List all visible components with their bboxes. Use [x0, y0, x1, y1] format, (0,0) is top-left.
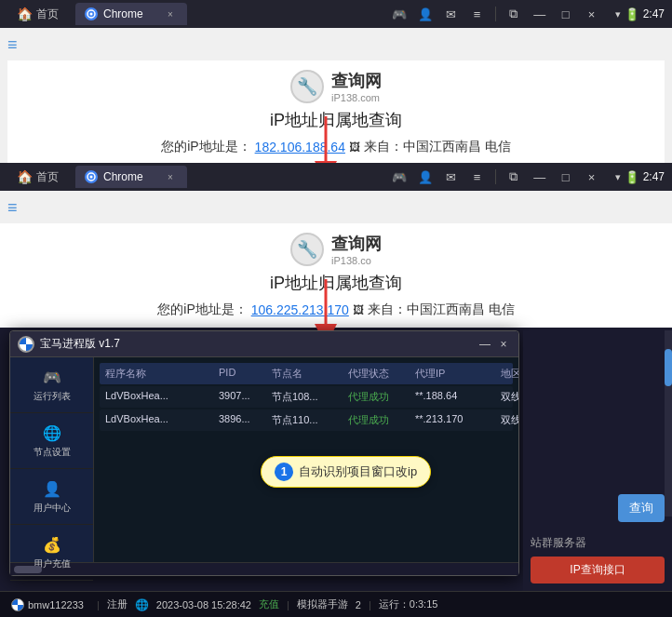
hamburger-btn-1[interactable]: ≡: [7, 35, 30, 55]
tab-chrome-2[interactable]: Chrome ×: [75, 166, 187, 188]
col-header-ip: 代理IP: [415, 367, 499, 381]
time-1: 2:47: [643, 7, 665, 20]
bmw-minimize-btn[interactable]: —: [477, 337, 492, 352]
table-row[interactable]: LdVBoxHea... 3907... 节点108... 代理成功 **.18…: [100, 386, 513, 408]
sidebar-item-user-center[interactable]: 👤 用户中心: [10, 469, 93, 525]
hamburger-btn-2[interactable]: ≡: [7, 198, 30, 218]
user-center-icon: 👤: [42, 478, 62, 499]
row1-region: 双线江西: [501, 390, 518, 404]
row1-ip: **.188.64: [415, 390, 499, 404]
chrome-favicon-2: [85, 170, 98, 183]
api-button[interactable]: IP查询接口: [531, 557, 665, 583]
home-tab-label-1: 首页: [36, 7, 59, 22]
chrome-favicon-1: [85, 7, 98, 20]
close-icon-2[interactable]: ×: [582, 167, 602, 187]
tab-close-1[interactable]: ×: [163, 7, 178, 21]
wifi-icon-2: ▾: [615, 171, 621, 183]
page-content-1: 🔧 查询网 iP138.com iP地址归属地查询 您的iP地址是： 182.1…: [7, 60, 665, 165]
col-header-name: 程序名称: [105, 367, 217, 381]
taskbar-run-label: 运行：0:3:15: [379, 597, 438, 611]
tab-chrome-1[interactable]: Chrome ×: [75, 3, 187, 25]
tab-close-2[interactable]: ×: [163, 169, 178, 184]
query-button[interactable]: 查询: [618, 494, 665, 522]
tooltip-num: 1: [275, 463, 293, 481]
taskbar-sep-2: |: [287, 599, 289, 610]
gamepad-icon-1[interactable]: 🎮: [389, 4, 410, 24]
restore-icon-2[interactable]: ⧉: [504, 167, 524, 187]
scroll-bar[interactable]: [665, 330, 672, 516]
image-icon-2: 🖼: [353, 303, 364, 316]
ip-info-row-1: 您的iP地址是： 182.106.188.64 🖼 来自：中国江西南昌 电信: [161, 139, 511, 155]
row2-pid: 3896...: [219, 413, 270, 427]
svg-point-4: [90, 176, 93, 179]
mail-icon-2[interactable]: ✉: [441, 167, 462, 187]
ip-link-1[interactable]: 182.106.188.64: [255, 140, 345, 154]
minimize-icon-1[interactable]: —: [530, 4, 550, 24]
menu-icon-1[interactable]: ≡: [467, 4, 488, 24]
ip-prefix-1: 您的iP地址是：: [161, 139, 250, 155]
sidebar-item-node-settings[interactable]: 🌐 节点设置: [10, 413, 93, 469]
taskbar-status: 充值: [259, 597, 279, 611]
scroll-h-thumb[interactable]: [14, 566, 42, 573]
home-icon-2: 🏠: [17, 169, 33, 184]
taskbar-bmw[interactable]: bmw112233: [6, 597, 89, 613]
tab-home-2[interactable]: 🏠 首页: [7, 166, 68, 189]
title-bar-1: 🏠 首页 Chrome × 🎮 👤 ✉ ≡ ⧉ — □ ×: [0, 0, 672, 28]
site-icon-2: 🔧: [290, 233, 324, 266]
user-icon-1[interactable]: 👤: [415, 4, 436, 24]
scroll-thumb[interactable]: [665, 349, 672, 386]
taskbar-bmw-icon: [11, 598, 24, 611]
user-center-label: 用户中心: [34, 502, 71, 515]
ip-link-2[interactable]: 106.225.213.170: [251, 302, 349, 317]
ip-suffix-2: 来自：中国江西南昌 电信: [368, 302, 515, 318]
wifi-icon-1: ▾: [615, 8, 621, 20]
sidebar-item-run-list[interactable]: 🎮 运行列表: [10, 357, 93, 413]
image-icon-1: 🖼: [349, 141, 360, 154]
restore-icon-1[interactable]: ⧉: [504, 4, 524, 24]
table-row[interactable]: LdVBoxHea... 3896... 节点110... 代理成功 **.21…: [100, 409, 513, 431]
row1-pid: 3907...: [219, 390, 270, 404]
topbar-icons-2: 🎮 👤 ✉ ≡ ⧉ — □ ×: [389, 167, 602, 187]
site-url-1: iP138.com: [331, 92, 382, 103]
server-label: 站群服务器: [531, 535, 665, 551]
bmw-win-buttons: — ×: [477, 337, 511, 352]
home-icon-1: 🏠: [17, 7, 33, 21]
minimize-icon-2[interactable]: —: [530, 167, 550, 187]
gamepad-icon-2[interactable]: 🎮: [389, 167, 410, 187]
title-bar-2: 🏠 首页 Chrome × 🎮 👤 ✉ ≡ ⧉ — □ ×: [0, 163, 672, 191]
bmw-title: 宝马进程版 v1.7: [40, 336, 477, 352]
mail-icon-1[interactable]: ✉: [441, 4, 462, 24]
ip-info-row-2: 您的iP地址是： 106.225.213.170 🖼 来自：中国江西南昌 电信: [157, 302, 514, 318]
browser-content-area-1: ≡ 🔧 查询网 iP138.com iP地址归属地查询 您的iP地址是： 182…: [0, 28, 672, 173]
user-icon-2[interactable]: 👤: [415, 167, 436, 187]
row1-status: 代理成功: [348, 390, 413, 404]
close-icon-1[interactable]: ×: [582, 4, 602, 24]
tab-home-1[interactable]: 🏠 首页: [7, 3, 68, 26]
taskbar-user: bmw112233: [28, 599, 84, 610]
page-title-2: iP地址归属地查询: [270, 272, 402, 294]
taskbar-count: 2: [356, 599, 361, 610]
taskbar: bmw112233 | 注册 🌐 2023-03-08 15:28:42 充值 …: [0, 591, 672, 617]
bmw-logo: [18, 336, 34, 353]
site-icon-1: 🔧: [290, 70, 324, 103]
network-icon: 🌐: [135, 598, 149, 611]
taskbar-time: 2023-03-08 15:28:42: [156, 599, 251, 610]
taskbar-sep-3: |: [369, 599, 371, 610]
bmw-app-window: 宝马进程版 v1.7 — × 🎮 运行列表 🌐 节点设置 👤 用户中心 💰 用户…: [9, 330, 519, 576]
menu-icon-2[interactable]: ≡: [467, 167, 488, 187]
row2-name: LdVBoxHea...: [105, 413, 217, 427]
home-tab-label-2: 首页: [36, 169, 59, 185]
taskbar-action1[interactable]: 注册: [107, 597, 128, 611]
site-logo-row-1: 🔧 查询网 iP138.com: [290, 70, 382, 103]
time-2: 2:47: [643, 170, 665, 183]
chrome-tab-label-2: Chrome: [103, 170, 143, 183]
maximize-icon-2[interactable]: □: [556, 167, 576, 187]
bmw-title-bar: 宝马进程版 v1.7 — ×: [10, 331, 518, 357]
bmw-tooltip: 1 自动识别项目窗口改ip: [261, 456, 431, 488]
col-header-region: 地区: [501, 367, 518, 381]
row2-ip: **.213.170: [415, 413, 499, 427]
taskbar-sep-1: |: [97, 599, 100, 610]
chrome-tab-label-1: Chrome: [103, 7, 143, 20]
maximize-icon-1[interactable]: □: [556, 4, 576, 24]
bmw-close-btn[interactable]: ×: [496, 337, 511, 352]
